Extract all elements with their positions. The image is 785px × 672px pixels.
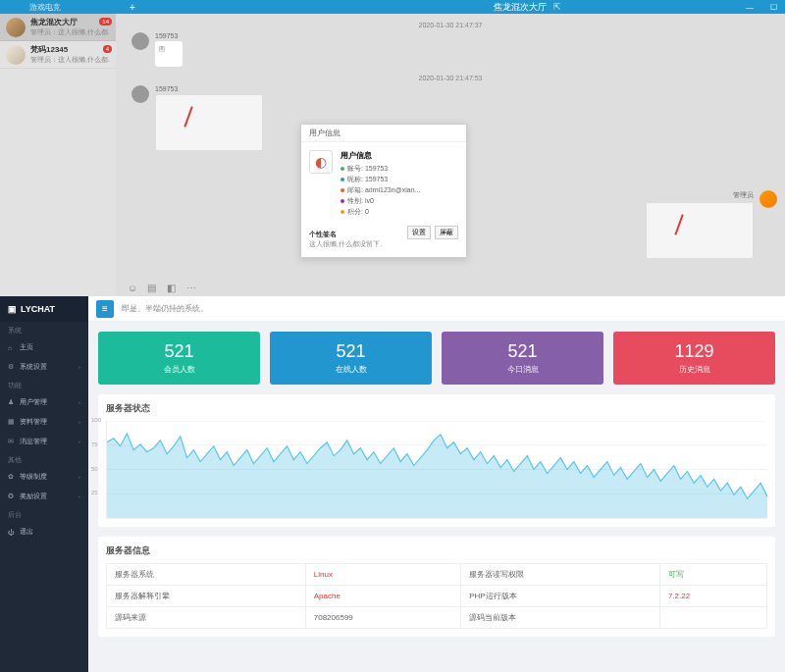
- server-status-chart[interactable]: 255075100: [106, 421, 767, 519]
- chevron-left-icon: ‹: [78, 364, 80, 370]
- message-time: 2020-01-30 21:47:37: [116, 22, 785, 28]
- folder-icon: ▦: [8, 418, 16, 426]
- stat-online[interactable]: 521在线人数: [270, 332, 432, 385]
- table-row: 服务器系统Linux服务器读写权限可写: [107, 564, 767, 586]
- unread-badge: 4: [103, 45, 112, 53]
- admin-dashboard: LYCHAT 系统 ⌂主页 ⚙系统设置‹ 功能 ♟用户管理‹ ▦资料管理‹ ✉消…: [0, 296, 785, 672]
- chevron-left-icon: ‹: [78, 474, 80, 480]
- popout-icon[interactable]: ⇱: [553, 2, 561, 12]
- panel-title: 服务器信息: [106, 544, 767, 557]
- stat-history-msg[interactable]: 1129历史消息: [613, 332, 775, 385]
- nav-group-label: 系统: [0, 322, 88, 337]
- window-max-icon[interactable]: ☐: [761, 0, 785, 14]
- stats-row: 521会员人数 521在线人数 521今日消息 1129历史消息: [88, 322, 785, 394]
- modal-block-button[interactable]: 屏蔽: [435, 226, 458, 239]
- message-author: 159753: [155, 32, 183, 39]
- gear-icon: ⚙: [8, 363, 16, 371]
- nav-group-label: 功能: [0, 377, 88, 392]
- server-status-panel: 服务器状态 255075100: [98, 394, 775, 527]
- info-score: 积分: 0: [340, 207, 458, 217]
- window-min-icon[interactable]: —: [738, 0, 761, 14]
- unread-badge: 14: [99, 18, 112, 26]
- contact-item[interactable]: 焦龙混次大厅管理员：这人很懒,什么都... 14: [0, 14, 116, 41]
- modal-settings-button[interactable]: 设置: [407, 226, 431, 239]
- nav-logout[interactable]: ⏻退出: [0, 522, 88, 542]
- user-info-modal: 用户信息 用户信息 账号: 159753 昵称: 159753 邮箱: admi…: [300, 124, 467, 258]
- exit-icon: ⏻: [8, 529, 16, 536]
- avatar[interactable]: [131, 85, 149, 103]
- nav-system-settings[interactable]: ⚙系统设置‹: [0, 357, 88, 377]
- panel-title: 服务器状态: [106, 402, 767, 415]
- message-row: 159753 图: [131, 32, 769, 67]
- breadcrumb: 即是、半端仍持的系统。: [122, 303, 208, 314]
- user-icon: ♟: [8, 398, 16, 406]
- message-card[interactable]: 图: [155, 41, 183, 67]
- server-info-panel: 服务器信息 服务器系统Linux服务器读写权限可写 服务器解释引擎ApacheP…: [98, 537, 775, 637]
- table-row: 服务器解释引擎ApachePHP运行版本7.2.22: [107, 586, 767, 607]
- chat-icon: ✉: [8, 438, 16, 445]
- add-tab-icon[interactable]: +: [130, 2, 135, 13]
- signature-text: 这人很懒,什么都没留下。: [309, 239, 458, 249]
- chevron-left-icon: ‹: [78, 439, 80, 444]
- message-image[interactable]: [155, 94, 263, 151]
- gift-icon: ✪: [8, 492, 16, 500]
- message-image[interactable]: [646, 202, 754, 259]
- nav-user-mgmt[interactable]: ♟用户管理‹: [0, 392, 88, 412]
- message-time: 2020-01-30 21:47:53: [116, 75, 785, 81]
- nav-reward[interactable]: ✪奖励设置‹: [0, 487, 88, 506]
- file-icon[interactable]: ◧: [167, 283, 179, 294]
- home-icon: ⌂: [8, 344, 16, 351]
- star-icon: ✿: [8, 473, 16, 481]
- avatar: [6, 18, 26, 37]
- dashboard-topbar: ≡ 即是、半端仍持的系统。: [88, 296, 785, 322]
- nav-msg-mgmt[interactable]: ✉消息管理‹: [0, 432, 88, 451]
- more-icon[interactable]: ⋯: [186, 283, 198, 294]
- info-email: 邮箱: admi123n@xian...: [340, 185, 458, 195]
- info-gender: 性别: lv0: [340, 196, 458, 206]
- stat-today-msg[interactable]: 521今日消息: [442, 332, 603, 385]
- nav-data-mgmt[interactable]: ▦资料管理‹: [0, 412, 88, 432]
- contact-item[interactable]: 梵码12345管理员：这人很懒,什么都... 4: [0, 41, 116, 69]
- nav-group-label: 其他: [0, 451, 88, 467]
- dashboard-sidebar: LYCHAT 系统 ⌂主页 ⚙系统设置‹ 功能 ♟用户管理‹ ▦资料管理‹ ✉消…: [0, 296, 88, 672]
- info-nickname: 昵称: 159753: [340, 175, 458, 184]
- brand-logo[interactable]: LYCHAT: [0, 296, 88, 322]
- contacts-sidebar: 焦龙混次大厅管理员：这人很懒,什么都... 14 梵码12345管理员：这人很懒…: [0, 14, 116, 296]
- message-author: 159753: [155, 85, 263, 92]
- signature-label: 个性签名: [309, 230, 337, 239]
- chevron-left-icon: ‹: [78, 399, 80, 405]
- chevron-left-icon: ‹: [78, 419, 80, 425]
- contact-sub: 管理员：这人很懒,什么都...: [30, 55, 110, 65]
- nav-group-label: 后台: [0, 506, 88, 522]
- nav-level[interactable]: ✿等级制度‹: [0, 467, 88, 487]
- stat-members[interactable]: 521会员人数: [98, 332, 260, 385]
- info-account: 账号: 159753: [340, 164, 458, 174]
- contact-sub: 管理员：这人很懒,什么都...: [30, 27, 110, 37]
- server-info-table: 服务器系统Linux服务器读写权限可写 服务器解释引擎ApachePHP运行版本…: [106, 563, 767, 629]
- chat-title: 焦龙混次大厅 ⇱: [494, 1, 561, 14]
- chevron-left-icon: ‹: [78, 493, 80, 499]
- avatar[interactable]: [759, 190, 777, 208]
- emoji-icon[interactable]: ☺: [128, 283, 139, 294]
- user-avatar-icon: [309, 150, 333, 174]
- avatar[interactable]: [131, 32, 149, 50]
- chat-app: 游戏电竞 + 焦龙混次大厅 ⇱ — ☐ 焦龙混次大厅管理员：这人很懒,什么都..…: [0, 0, 785, 296]
- avatar: [6, 45, 26, 65]
- nav-home[interactable]: ⌂主页: [0, 337, 88, 357]
- contact-name: 焦龙混次大厅: [30, 17, 110, 27]
- contact-name: 梵码12345: [30, 44, 110, 55]
- modal-title: 用户信息: [301, 125, 466, 142]
- dashboard-main: ≡ 即是、半端仍持的系统。 521会员人数 521在线人数 521今日消息 11…: [88, 296, 785, 672]
- chat-input-toolbar: ☺ ▤ ◧ ⋯: [128, 283, 198, 294]
- header-left-tab[interactable]: 游戏电竞: [29, 2, 61, 13]
- modal-section: 用户信息: [340, 150, 458, 161]
- image-icon[interactable]: ▤: [147, 283, 159, 294]
- message-author: 管理员: [646, 190, 754, 200]
- table-row: 源码来源708206599源码当前版本: [107, 607, 767, 629]
- hamburger-icon[interactable]: ≡: [96, 300, 114, 318]
- chat-titlebar: 游戏电竞 + 焦龙混次大厅 ⇱ — ☐: [0, 0, 785, 14]
